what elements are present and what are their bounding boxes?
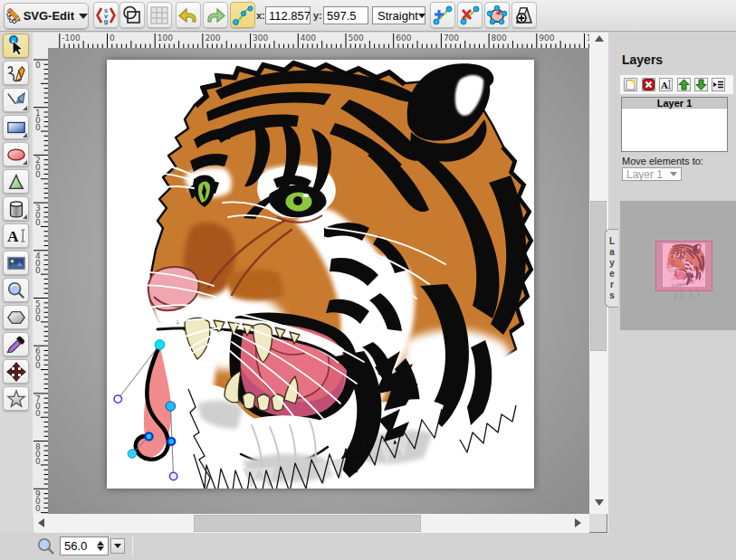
svg-text:300: 300	[253, 33, 268, 43]
ctrl-point-grip[interactable]	[114, 395, 121, 403]
add-subpath-button[interactable]	[511, 2, 537, 28]
edit-source-button[interactable]: s v g	[93, 2, 119, 28]
path-node-grip[interactable]	[167, 438, 175, 445]
tool-shapelib[interactable]	[3, 196, 29, 221]
y-label: y:	[313, 10, 322, 21]
svg-text:0: 0	[35, 409, 41, 418]
zoom-magnifier-icon	[36, 537, 56, 557]
zoom-value: 56.0	[64, 539, 95, 553]
svg-text:600: 600	[396, 33, 411, 43]
redo-button[interactable]	[203, 2, 228, 28]
move-elements-value: Layer 1	[626, 168, 663, 181]
scroll-left-arrow-icon[interactable]	[38, 518, 44, 527]
layer-menu-button[interactable]	[712, 78, 725, 91]
tool-pencil[interactable]	[3, 61, 29, 85]
flyout-arrow-icon	[23, 214, 27, 219]
path-node-grip[interactable]	[146, 432, 153, 440]
main-menu-label: SVG-Edit	[24, 9, 74, 23]
open-path-button[interactable]	[484, 2, 510, 28]
svg-text:200: 200	[205, 33, 220, 43]
svg-text:A: A	[661, 80, 668, 90]
overview-window[interactable]	[620, 201, 736, 330]
segment-type-value: Straight	[378, 9, 418, 23]
layers-tab-letter: e	[609, 269, 615, 280]
tool-text[interactable]: A	[3, 223, 29, 248]
path-edit-overlay	[107, 60, 534, 489]
segment-type-select[interactable]: Straight	[372, 6, 425, 24]
layer-row-selected[interactable]: Layer 1	[622, 98, 727, 109]
delete-layer-button[interactable]	[642, 78, 655, 91]
delete-node-button[interactable]	[457, 2, 483, 28]
svg-text:0: 0	[35, 457, 41, 466]
new-layer-button[interactable]	[624, 78, 637, 91]
tool-image[interactable]	[3, 251, 29, 275]
svg-text:g: g	[103, 18, 108, 25]
scroll-up-arrow-icon[interactable]	[595, 35, 604, 42]
ctrl-point-grip[interactable]	[128, 450, 137, 459]
select-caret-icon	[418, 14, 425, 18]
selected-node-grip[interactable]	[155, 340, 165, 350]
undo-button[interactable]	[176, 2, 201, 28]
tool-ellipse[interactable]	[3, 142, 29, 166]
wireframe-button[interactable]	[119, 2, 145, 28]
layers-list[interactable]: Layer 1	[621, 97, 728, 152]
add-node-button[interactable]	[430, 2, 455, 28]
layer-menu-icon	[712, 79, 724, 90]
dropdown-caret-icon	[114, 544, 121, 548]
top-toolbar: SVG-Edit s v g	[0, 0, 736, 32]
zoom-spinner[interactable]: 56.0	[60, 536, 109, 555]
pencil-tool-icon	[6, 62, 26, 84]
main-menu-button[interactable]: SVG-Edit	[4, 3, 89, 29]
scroll-down-arrow-icon[interactable]	[595, 499, 604, 506]
tool-line[interactable]	[3, 88, 29, 112]
tool-select[interactable]	[3, 33, 29, 58]
y-input[interactable]	[323, 6, 368, 24]
scroll-right-arrow-icon[interactable]	[575, 518, 581, 527]
link-control-points-button[interactable]	[230, 2, 255, 28]
select-caret-icon	[670, 172, 677, 176]
move-layer-down-button[interactable]	[694, 78, 708, 91]
layer-up-icon	[678, 79, 690, 90]
svg-text:A: A	[7, 227, 19, 245]
svg-canvas[interactable]	[107, 60, 534, 489]
ctrl-point-grip[interactable]	[169, 472, 177, 479]
tool-eyedropper[interactable]	[3, 332, 29, 356]
link-control-points-icon	[232, 5, 253, 26]
grid-button[interactable]	[147, 2, 172, 28]
panning-tool-icon	[6, 361, 26, 383]
svg-text:800: 800	[492, 33, 507, 43]
path-node-grip[interactable]	[166, 402, 175, 411]
svg-text:900: 900	[539, 33, 554, 43]
rename-layer-button[interactable]: A	[659, 78, 673, 91]
overview-viewbox[interactable]	[655, 241, 712, 291]
move-layer-up-button[interactable]	[677, 78, 691, 91]
edited-path-shape[interactable]	[136, 345, 171, 460]
tool-panning[interactable]	[3, 359, 29, 384]
layers-side-tab[interactable]: Layers	[605, 229, 618, 308]
eyedropper-tool-icon	[6, 334, 26, 356]
svg-text:0: 0	[35, 314, 41, 323]
spinner-arrows-icon[interactable]	[95, 541, 106, 551]
tool-rect[interactable]	[3, 115, 29, 139]
svg-text:0: 0	[35, 123, 41, 132]
grid-icon	[148, 5, 170, 26]
rename-layer-icon: A	[660, 79, 672, 90]
layers-tab-letter: a	[609, 247, 615, 258]
select-tool-icon	[6, 35, 26, 57]
workarea[interactable]	[48, 48, 589, 517]
tool-polygon[interactable]	[3, 305, 29, 329]
zoom-dropdown-button[interactable]	[110, 538, 125, 554]
ruler-corner	[33, 33, 48, 48]
tool-zoom[interactable]	[3, 278, 29, 302]
move-elements-select[interactable]: Layer 1	[622, 167, 682, 181]
svg-text:0: 0	[35, 266, 41, 275]
code-source-icon: s v g	[95, 5, 117, 26]
horizontal-scrollbar-thumb[interactable]	[194, 515, 421, 532]
tool-star[interactable]	[3, 386, 29, 411]
horizontal-ruler: -10001002003004005006007008009001000	[48, 33, 589, 48]
svg-edit-logo-icon	[6, 4, 22, 28]
open-path-icon	[486, 5, 508, 26]
tool-path[interactable]	[3, 169, 29, 194]
bottom-toolbar: 56.0	[0, 533, 736, 560]
x-input[interactable]	[265, 6, 311, 24]
